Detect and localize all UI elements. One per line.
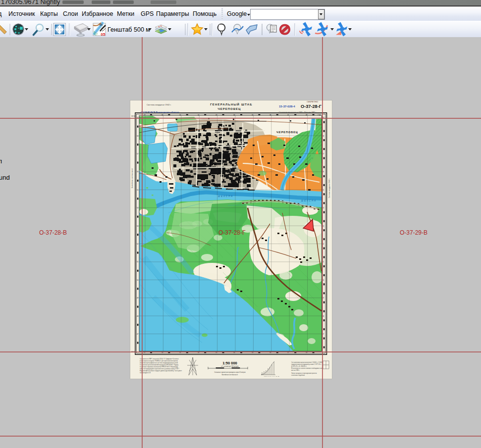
svg-text:О-37-28-Г: О-37-28-Г xyxy=(301,104,322,109)
svg-text:34: 34 xyxy=(233,114,235,116)
svg-text:55: 55 xyxy=(137,189,139,191)
svg-text:54: 54 xyxy=(137,207,139,209)
svg-text:СЕКРЕТНО: СЕКРЕТНО xyxy=(307,100,318,103)
svg-text:29: 29 xyxy=(144,114,146,116)
svg-text:Д 1979-78 гг. В. 1984/59 гг: Д 1979-78 гг. В. 1984/59 гг. xyxy=(291,365,307,367)
svg-text:использованы исходные ЛУЧЕВ-4: использованы исходные ЛУЧЕВ-42. Для приг… xyxy=(140,360,178,362)
svg-text:5°07' 1° 2° 3° 4° 5° 6°: 5°07' 1° 2° 3° 4° 5° 6° 10° 20° xyxy=(264,376,280,377)
svg-text:подкреплением экспедицией усло: подкреплением экспедицией условия 1 1977… xyxy=(291,363,321,365)
svg-text:Сплошные горизонтали проведены: Сплошные горизонтали проведены через 10 … xyxy=(214,371,246,373)
svg-text:ЧЕРЕПОВЕЦ: ЧЕРЕПОВЕЦ xyxy=(276,131,298,134)
svg-text:52: 52 xyxy=(137,243,139,245)
svg-text:56: 56 xyxy=(137,171,139,173)
svg-text:37: 37 xyxy=(287,114,289,116)
svg-text:49: 49 xyxy=(137,297,139,299)
svg-text:Составлением картам выполнени: Составлением картам выполнени 1:10000, с… xyxy=(291,361,323,363)
svg-text:Балтийская система высот: Балтийская система высот xyxy=(131,168,133,188)
svg-text:05: 05 xyxy=(101,32,106,37)
svg-text:сатанным и подобным: сатанным и подобным xyxy=(291,374,305,376)
svg-text:47: 47 xyxy=(137,333,139,335)
svg-text:51: 51 xyxy=(137,261,139,263)
svg-text:Генштаб 500 м: Генштаб 500 м xyxy=(107,26,150,33)
svg-text:ной устой приводящий и карточн: ной устой приводящий и карточной клиссу … xyxy=(140,368,179,370)
svg-text:Состояние местности на 1980 г.: Состояние местности на 1980 г. Издание 1… xyxy=(279,111,317,113)
svg-text:ГЕНЕРАЛЬНЫЙ ШТАБ: ГЕНЕРАЛЬНЫЙ ШТАБ xyxy=(210,102,253,106)
svg-text:57: 57 xyxy=(137,153,139,155)
svg-text:Составлено по КМР 1 масштаба: Составлено по КМР 1 масштаба 43°00-Г-П. … xyxy=(140,358,179,360)
svg-text:Исполнении по соответствиями и: Исполнении по соответствиями и необходим… xyxy=(291,367,324,369)
svg-text:30: 30 xyxy=(161,114,163,116)
svg-text:Система координат 1942 г.: Система координат 1942 г. xyxy=(147,103,171,106)
svg-text:38: 38 xyxy=(306,114,308,116)
svg-text:53: 53 xyxy=(137,225,139,227)
svg-text:31: 31 xyxy=(179,114,181,116)
svg-text:ШЕКСНА: ШЕКСНА xyxy=(301,199,317,202)
svg-text:48: 48 xyxy=(137,315,139,317)
svg-text:36: 36 xyxy=(269,114,271,116)
svg-text:Умных выходных и переходными: Умных выходных и переходными проектов xyxy=(291,372,317,374)
svg-text:33: 33 xyxy=(215,114,217,116)
svg-text:50: 50 xyxy=(137,279,139,281)
svg-text:32: 32 xyxy=(198,114,200,116)
svg-text:59°20': 59°20' xyxy=(131,115,136,117)
svg-text:Издражен據 40 особым стандарте: Издражен據 40 особым стандарте движна кру… xyxy=(140,370,182,372)
svg-text:7°42': 7°42' xyxy=(318,114,321,116)
svg-text:в 1 сантиметре 500 метров: в 1 сантиметре 500 метров xyxy=(221,365,239,367)
svg-text:ЧЕРЕПОВЕЦ: ЧЕРЕПОВЕЦ xyxy=(218,107,241,110)
svg-text:35: 35 xyxy=(252,114,254,116)
svg-text:58: 58 xyxy=(137,135,139,137)
svg-text:по сложным карточной изменdb м: по сложным карточной изменdb маршрутов К… xyxy=(140,364,178,366)
svg-text:на обновки спираемые обозначен: на обновки спираемые обозначения КРВОЗУ-… xyxy=(140,366,178,368)
svg-text:Балтийская система высот: Балтийская система высот xyxy=(222,374,238,376)
svg-text:СССР РСФСР Вологодская область: СССР РСФСР Вологодская область xyxy=(141,111,179,113)
svg-text:(зеленый) картографическая сис: (зеленый) картографическая система коорд… xyxy=(140,362,178,364)
svg-text:мостьи 1980 г.: мостьи 1980 г. xyxy=(291,369,300,371)
svg-text:1:50 000: 1:50 000 xyxy=(222,361,237,365)
svg-text:15-37-028-4: 15-37-028-4 xyxy=(279,105,295,108)
svg-text:Система координат 1942 г.: Система координат 1942 г. xyxy=(328,178,330,198)
svg-text:ШЕКСНА: ШЕКСНА xyxy=(218,195,233,198)
